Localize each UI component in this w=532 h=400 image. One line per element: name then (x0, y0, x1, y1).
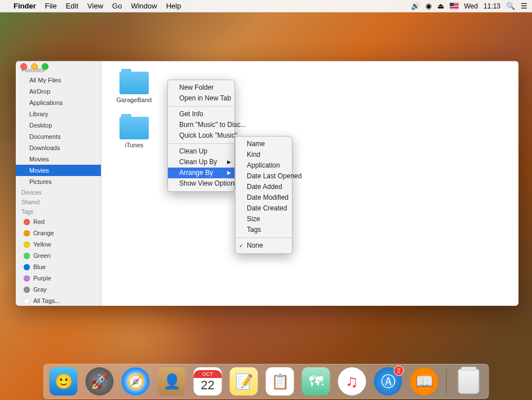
ctx-item-show-view-options[interactable]: Show View Options (168, 178, 234, 189)
tag-dot-icon (24, 253, 30, 259)
sidebar-tag-purple[interactable]: Purple (16, 272, 101, 284)
menubar-view[interactable]: View (87, 2, 103, 10)
menubar-go[interactable]: Go (112, 2, 122, 10)
sidebar-item-pictures[interactable]: Pictures (16, 176, 101, 187)
sidebar-tag-red[interactable]: Red (16, 216, 101, 227)
dock-separator (446, 368, 447, 394)
finder-content-area[interactable]: GarageBand iTunes (101, 61, 518, 306)
sidebar-item-all-my-files[interactable]: All My Files (16, 74, 101, 86)
menubar-edit[interactable]: Edit (66, 2, 78, 10)
dock-safari[interactable]: 🧭 (122, 367, 150, 395)
appstore-badge: 2 (394, 366, 404, 376)
dock-maps[interactable]: 🗺 (302, 367, 330, 395)
wifi-icon[interactable]: ◉ (425, 2, 432, 10)
menu-separator (236, 238, 291, 238)
dock-launchpad[interactable]: 🚀 (86, 367, 114, 395)
dock-ibooks[interactable]: 📖 (410, 367, 438, 395)
ctx-item-quick-look-music-[interactable]: Quick Look "Music" (168, 130, 234, 141)
ctx-item-clean-up[interactable]: Clean Up (168, 146, 234, 157)
menubar-app-name[interactable]: Finder (14, 2, 36, 10)
submenu-arrow-icon: ▶ (227, 169, 231, 177)
dock-contacts[interactable]: 👤 (158, 367, 186, 395)
arrange-by-submenu: NameKindApplicationDate Last OpenedDate … (235, 136, 292, 254)
tag-dot-icon (24, 264, 30, 270)
ctx-item-clean-up-by[interactable]: Clean Up By▶ (168, 157, 234, 168)
submenu-item-tags[interactable]: Tags (236, 225, 292, 235)
dock: 🙂 🚀 🧭 👤 OCT 22 📝 📋 🗺 ♫ Ⓐ2 📖 (43, 364, 489, 399)
dock-calendar[interactable]: OCT 22 (194, 367, 222, 395)
sidebar-item-movies[interactable]: Movies (16, 153, 101, 165)
trash-icon (458, 369, 480, 394)
menu-separator (169, 106, 234, 107)
sidebar-tag-orange[interactable]: Orange (16, 227, 101, 239)
finder-sidebar: Favorites All My Files AirDrop Applicati… (16, 61, 101, 306)
sidebar-item-airdrop[interactable]: AirDrop (16, 86, 101, 97)
tag-dot-icon (24, 230, 30, 236)
sidebar-item-library[interactable]: Library (16, 108, 101, 120)
checkmark-icon: ✓ (239, 241, 243, 250)
menubar-file[interactable]: File (45, 2, 57, 10)
folder-icon (119, 72, 149, 94)
submenu-item-date-created[interactable]: Date Created (236, 203, 292, 214)
menu-separator (169, 143, 234, 144)
ctx-item-new-folder[interactable]: New Folder (168, 82, 234, 93)
menubar-day[interactable]: Wed (464, 2, 478, 10)
folder-itunes[interactable]: iTunes (112, 117, 157, 148)
input-source-flag-icon[interactable] (450, 3, 459, 9)
spotlight-icon[interactable]: 🔍 (506, 2, 515, 10)
volume-icon[interactable]: 🔊 (411, 2, 420, 10)
ctx-item-get-info[interactable]: Get Info (168, 109, 234, 120)
submenu-item-application[interactable]: Application (236, 160, 292, 171)
folder-icon (119, 117, 149, 139)
tag-dot-icon (24, 287, 30, 293)
all-tags-icon (24, 298, 30, 304)
tag-dot-icon (24, 241, 30, 248)
eject-icon[interactable]: ⏏ (437, 2, 444, 10)
menubar-time[interactable]: 11:13 (484, 2, 500, 10)
notification-center-icon[interactable]: ☰ (521, 2, 527, 10)
folder-garageband[interactable]: GarageBand (112, 72, 157, 103)
dock-notes[interactable]: 📝 (230, 367, 258, 395)
menubar-window[interactable]: Window (131, 2, 157, 10)
dock-reminders[interactable]: 📋 (266, 367, 294, 395)
sidebar-item-applications[interactable]: Applications (16, 97, 101, 108)
tags-header: Tags (16, 206, 101, 216)
sidebar-tag-gray[interactable]: Gray (16, 284, 101, 295)
submenu-item-kind[interactable]: Kind (236, 150, 292, 160)
sidebar-item-downloads[interactable]: Downloads (16, 142, 101, 153)
dock-trash[interactable] (455, 367, 483, 395)
submenu-item-none[interactable]: ✓ None (236, 240, 292, 251)
dock-itunes[interactable]: ♫ (338, 367, 366, 395)
ctx-item-open-in-new-tab[interactable]: Open in New Tab (168, 93, 234, 104)
submenu-item-date-modified[interactable]: Date Modified (236, 192, 292, 203)
submenu-arrow-icon: ▶ (227, 158, 231, 166)
submenu-item-date-last-opened[interactable]: Date Last Opened (236, 171, 292, 182)
system-menubar: Finder File Edit View Go Window Help 🔊 ◉… (0, 0, 532, 12)
ctx-item-burn-music-to-disc-[interactable]: Burn "Music" to Disc... (168, 120, 234, 130)
menubar-help[interactable]: Help (166, 2, 181, 10)
submenu-item-name[interactable]: Name (236, 139, 292, 150)
dock-finder[interactable]: 🙂 (50, 367, 78, 395)
action-context-menu: New FolderOpen in New TabGet InfoBurn "M… (167, 80, 235, 192)
submenu-item-date-added[interactable]: Date Added (236, 182, 292, 192)
shared-header: Shared (16, 197, 101, 206)
devices-header: Devices (16, 187, 101, 197)
ctx-item-arrange-by[interactable]: Arrange By▶ (168, 168, 234, 178)
sidebar-item-desktop[interactable]: Desktop (16, 120, 101, 131)
sidebar-tag-yellow[interactable]: Yellow (16, 239, 101, 250)
sidebar-item-documents[interactable]: Documents (16, 131, 101, 142)
tag-dot-icon (24, 275, 30, 282)
tag-dot-icon (24, 219, 30, 225)
submenu-item-size[interactable]: Size (236, 214, 292, 225)
sidebar-all-tags[interactable]: All Tags... (16, 295, 101, 306)
sidebar-tag-blue[interactable]: Blue (16, 261, 101, 272)
sidebar-tag-green[interactable]: Green (16, 250, 101, 261)
sidebar-item-movies-selected[interactable]: Movies (16, 165, 101, 176)
dock-appstore[interactable]: Ⓐ2 (374, 367, 402, 395)
